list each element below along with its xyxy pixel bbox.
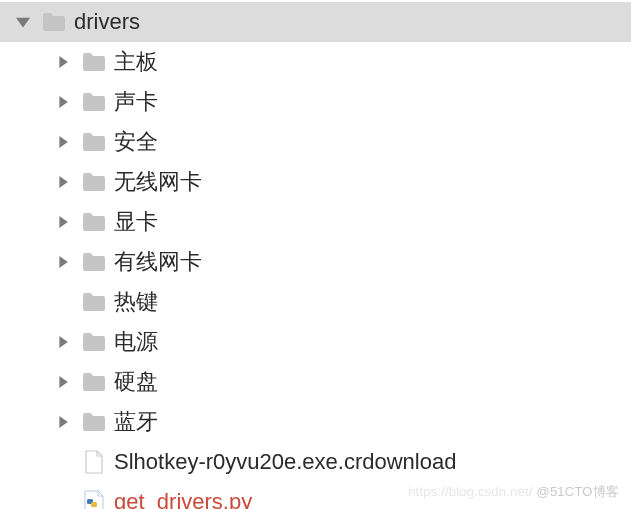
tree-item-label: 有线网卡	[114, 247, 202, 277]
tree-row[interactable]: 蓝牙	[0, 402, 631, 442]
folder-icon	[82, 130, 106, 154]
tree-item-label: 主板	[114, 47, 158, 77]
svg-marker-1	[59, 56, 67, 68]
folder-icon	[82, 410, 106, 434]
file-tree: drivers 主板声卡安全无线网卡显卡有线网卡热键电源硬盘蓝牙Slhotkey…	[0, 0, 631, 509]
svg-marker-0	[16, 18, 30, 28]
root-label: drivers	[74, 9, 140, 35]
folder-icon	[82, 170, 106, 194]
chevron-right-icon[interactable]	[54, 213, 72, 231]
folder-icon	[82, 210, 106, 234]
folder-icon	[42, 10, 66, 34]
folder-icon	[82, 250, 106, 274]
chevron-right-icon[interactable]	[54, 53, 72, 71]
tree-row[interactable]: 无线网卡	[0, 162, 631, 202]
svg-marker-5	[59, 216, 67, 228]
python-file-icon	[82, 490, 106, 509]
tree-children: 主板声卡安全无线网卡显卡有线网卡热键电源硬盘蓝牙Slhotkey-r0yvu20…	[0, 42, 631, 509]
folder-icon	[82, 370, 106, 394]
chevron-right-icon[interactable]	[54, 373, 72, 391]
tree-item-label: 热键	[114, 287, 158, 317]
chevron-right-icon[interactable]	[54, 93, 72, 111]
tree-item-label: 安全	[114, 127, 158, 157]
svg-marker-9	[59, 376, 67, 388]
tree-row[interactable]: 主板	[0, 42, 631, 82]
tree-row[interactable]: 热键	[0, 282, 631, 322]
chevron-right-icon[interactable]	[54, 413, 72, 431]
svg-marker-6	[59, 256, 67, 268]
svg-marker-4	[59, 176, 67, 188]
svg-rect-14	[91, 502, 97, 507]
tree-row[interactable]: 电源	[0, 322, 631, 362]
tree-item-label: 电源	[114, 327, 158, 357]
chevron-right-icon[interactable]	[54, 253, 72, 271]
folder-icon	[82, 290, 106, 314]
tree-item-label: Slhotkey-r0yvu20e.exe.crdownload	[114, 449, 456, 475]
tree-item-label: 无线网卡	[114, 167, 202, 197]
tree-row[interactable]: 声卡	[0, 82, 631, 122]
chevron-right-icon[interactable]	[54, 133, 72, 151]
folder-icon	[82, 50, 106, 74]
file-icon	[82, 450, 106, 474]
svg-marker-2	[59, 96, 67, 108]
chevron-down-icon[interactable]	[14, 13, 32, 31]
svg-marker-10	[59, 416, 67, 428]
svg-marker-3	[59, 136, 67, 148]
tree-row[interactable]: Slhotkey-r0yvu20e.exe.crdownload	[0, 442, 631, 482]
tree-item-label: 声卡	[114, 87, 158, 117]
tree-item-label: get_drivers.py	[114, 489, 252, 509]
tree-row[interactable]: 有线网卡	[0, 242, 631, 282]
tree-item-label: 显卡	[114, 207, 158, 237]
tree-row-root[interactable]: drivers	[0, 2, 631, 42]
tree-row[interactable]: 安全	[0, 122, 631, 162]
tree-row[interactable]: 显卡	[0, 202, 631, 242]
tree-item-label: 蓝牙	[114, 407, 158, 437]
folder-icon	[82, 90, 106, 114]
tree-row[interactable]: get_drivers.py	[0, 482, 631, 509]
svg-marker-8	[59, 336, 67, 348]
tree-item-label: 硬盘	[114, 367, 158, 397]
folder-icon	[82, 330, 106, 354]
tree-row[interactable]: 硬盘	[0, 362, 631, 402]
chevron-right-icon[interactable]	[54, 173, 72, 191]
chevron-right-icon[interactable]	[54, 333, 72, 351]
